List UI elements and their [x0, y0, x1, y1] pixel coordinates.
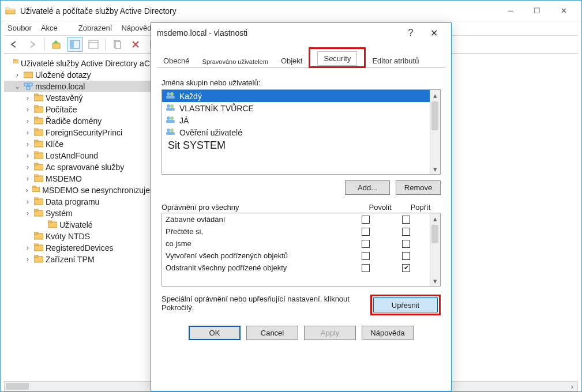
tab-managed[interactable]: Spravováno uživatelem [196, 54, 275, 68]
security-tab-highlight: Security [309, 47, 366, 68]
dialog-close-button[interactable]: ✕ [422, 25, 445, 41]
expand-icon[interactable]: › [13, 71, 21, 79]
svg-rect-12 [24, 72, 33, 78]
menu-file[interactable]: Soubor [4, 22, 35, 33]
advanced-button[interactable]: Upřesnit [373, 297, 438, 312]
expand-icon[interactable]: › [24, 244, 32, 252]
forward-button[interactable] [25, 37, 41, 52]
close-button[interactable]: ✕ [550, 2, 577, 20]
group-item[interactable]: Ověření uživatelé [162, 126, 430, 138]
allow-label: Povolit [360, 203, 400, 212]
tab-security[interactable]: Security [317, 51, 357, 66]
group-item[interactable]: VLASTNÍK TVŮRCE [162, 102, 430, 114]
svg-rect-54 [166, 120, 175, 123]
remove-button[interactable]: Remove [396, 180, 441, 195]
expand-icon[interactable]: › [24, 140, 32, 148]
dialog-body: Jména skupin nebo uživatelů: KaždýVLASTN… [151, 68, 451, 320]
scroll-thumb[interactable] [431, 225, 438, 243]
cancel-button[interactable]: Cancel [246, 326, 298, 340]
tab-object[interactable]: Objekt [275, 52, 309, 68]
expand-icon[interactable]: › [24, 175, 32, 183]
tree-root[interactable]: Uživatelé služby Active Directory aC [4, 58, 152, 69]
scroll-thumb[interactable] [431, 101, 438, 130]
tree-node[interactable]: › Klíče [4, 138, 152, 150]
tree-saved-queries[interactable]: › Uložené dotazy [4, 69, 152, 81]
expand-icon[interactable]: › [24, 186, 30, 194]
deny-checkbox[interactable] [402, 240, 410, 248]
maximize-button[interactable]: ☐ [524, 2, 550, 20]
allow-checkbox[interactable] [362, 252, 370, 260]
back-button[interactable] [6, 37, 22, 52]
expand-icon[interactable]: › [24, 209, 32, 217]
folder-icon [24, 70, 33, 80]
tree-node[interactable]: › MSDEMO se nesynchronizuje [4, 184, 152, 196]
collapse-icon[interactable]: ⌄ [13, 82, 21, 91]
expand-icon[interactable]: › [24, 255, 32, 263]
tree-node[interactable]: Uživatelé [4, 219, 152, 231]
allow-checkbox[interactable] [362, 216, 370, 224]
delete-button[interactable] [127, 37, 144, 52]
group-item[interactable]: Každý [162, 90, 430, 102]
deny-checkbox[interactable] [402, 216, 410, 224]
expand-icon[interactable]: › [24, 117, 32, 125]
groups-listbox[interactable]: KaždýVLASTNÍK TVŮRCEJÁOvěření uživateléS… [162, 89, 441, 175]
ok-button[interactable]: OK [189, 326, 241, 340]
toolbar-separator [44, 38, 45, 51]
group-item[interactable]: Sit SYSTEM [162, 138, 430, 153]
tree-node[interactable]: › Data programu [4, 196, 152, 208]
svg-point-55 [167, 129, 170, 132]
deny-checkbox[interactable] [402, 264, 410, 272]
tree-node[interactable]: › ForeignSecurityPrinci [4, 127, 152, 138]
tree-domain[interactable]: ⌄ msdemo.local [4, 81, 152, 92]
scroll-thumb[interactable] [6, 383, 29, 390]
tree-node[interactable]: › Zařízení TPM [4, 254, 152, 265]
help-button[interactable]: Nápověda [362, 326, 414, 340]
dialog-help-button[interactable]: ? [399, 25, 422, 41]
tree-node[interactable]: › Řadiče domény [4, 115, 152, 127]
svg-rect-29 [34, 163, 38, 165]
tree-node[interactable]: Kvóty NTDS [4, 231, 152, 242]
tree-node[interactable]: › Vestavěný [4, 92, 152, 104]
up-button[interactable] [48, 37, 65, 52]
minimize-button[interactable]: ─ [497, 2, 524, 20]
vertical-scrollbar[interactable]: ▴ ▾ [430, 213, 440, 286]
scroll-up-icon[interactable]: ▴ [430, 90, 440, 100]
tree-node[interactable]: › RegisteredDevices [4, 242, 152, 254]
expand-icon[interactable]: › [24, 198, 32, 206]
expand-icon[interactable]: › [24, 94, 32, 102]
group-item[interactable]: JÁ [162, 114, 430, 126]
scroll-right-icon[interactable]: › [567, 382, 577, 391]
add-button[interactable]: Add... [345, 180, 390, 195]
tree-node[interactable]: › Ac spravované služby [4, 161, 152, 173]
tree-node[interactable]: › Systém [4, 208, 152, 219]
tree-node[interactable]: › LostAndFound [4, 150, 152, 161]
scroll-down-icon[interactable]: ▾ [430, 276, 440, 286]
folder-icon [34, 209, 43, 218]
expand-icon[interactable]: › [24, 152, 32, 160]
menu-view[interactable]: Zobrazení [75, 22, 116, 33]
expand-icon[interactable]: › [24, 129, 32, 137]
vertical-scrollbar[interactable]: ▴ ▾ [430, 90, 440, 174]
expand-icon[interactable]: › [24, 163, 32, 171]
scroll-down-icon[interactable]: ▾ [430, 164, 440, 174]
tab-attributes[interactable]: Editor atributů [366, 52, 425, 68]
deny-checkbox[interactable] [402, 228, 410, 236]
svg-point-47 [170, 92, 174, 96]
groups-label: Jména skupin nebo uživatelů: [162, 78, 441, 87]
scroll-up-icon[interactable]: ▴ [430, 213, 440, 224]
show-pane-button[interactable] [67, 37, 83, 52]
allow-checkbox[interactable] [362, 264, 370, 272]
tab-general[interactable]: Obecné [157, 52, 196, 68]
tree-node[interactable]: › Počítače [4, 104, 152, 115]
menu-action[interactable]: Akce [37, 22, 61, 33]
copy-button[interactable] [109, 37, 125, 52]
allow-checkbox[interactable] [362, 228, 370, 236]
expand-icon[interactable]: › [24, 105, 32, 114]
svg-rect-31 [34, 175, 38, 176]
details-button[interactable] [85, 37, 102, 52]
deny-checkbox[interactable] [402, 252, 410, 260]
apply-button[interactable]: Apply [304, 326, 356, 340]
tree-node[interactable]: › MSDEMO [4, 173, 152, 184]
svg-rect-23 [34, 129, 38, 130]
allow-checkbox[interactable] [362, 240, 370, 248]
